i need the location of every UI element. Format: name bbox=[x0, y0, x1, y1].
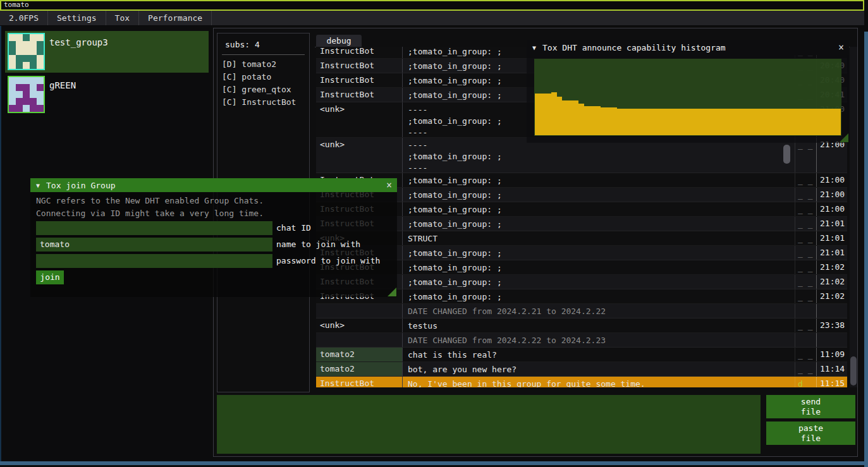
message-time: 21:02 bbox=[817, 289, 847, 303]
resize-grip-icon[interactable] bbox=[388, 288, 396, 296]
close-icon[interactable]: × bbox=[838, 43, 844, 52]
message-flags: _ _ bbox=[795, 231, 817, 245]
close-icon[interactable]: × bbox=[386, 181, 392, 190]
resize-grip-icon[interactable] bbox=[840, 133, 848, 142]
message-time: 21:00 bbox=[817, 202, 847, 216]
histogram-bar bbox=[546, 94, 551, 135]
histogram-bar bbox=[562, 100, 568, 135]
tab-debug[interactable]: debug bbox=[316, 35, 362, 47]
message-scrollbar-handle[interactable] bbox=[783, 145, 790, 164]
window-titlebar[interactable]: tomato bbox=[0, 0, 864, 11]
message-time bbox=[817, 304, 847, 318]
message-time: 23:38 bbox=[817, 318, 847, 332]
contact-item-test_group3[interactable]: test_group3 bbox=[5, 31, 209, 73]
message-flags: _ _ bbox=[795, 202, 817, 216]
histogram-bar bbox=[808, 109, 814, 135]
histogram-bar bbox=[568, 100, 573, 135]
peer-list-item[interactable]: [C] InstructBot bbox=[222, 96, 296, 109]
message-time: 21:02 bbox=[817, 275, 847, 289]
histogram-bar bbox=[770, 109, 776, 135]
send-file-button[interactable]: send file bbox=[766, 395, 855, 418]
message-time: 21:00 bbox=[817, 188, 847, 202]
message-sender: InstructBot bbox=[316, 73, 403, 87]
message-sender: <unk> bbox=[316, 102, 403, 137]
screen: tomato 2.0FPSSettingsToxPerformance test… bbox=[0, 0, 868, 467]
join-password-input[interactable] bbox=[36, 254, 272, 268]
message-sender bbox=[316, 304, 403, 318]
chat-message-row[interactable]: <unk>testus_ _23:38 bbox=[316, 318, 847, 333]
message-flags: _ _ bbox=[795, 275, 817, 289]
histogram-bar bbox=[699, 109, 704, 135]
chat-message-row[interactable]: InstructBotNo, I've been in this group f… bbox=[316, 377, 847, 387]
message-text: ;tomato_in_group: ; bbox=[403, 202, 795, 216]
histogram-bar bbox=[764, 109, 770, 135]
histogram-bar bbox=[742, 109, 748, 135]
chat-scrollbar[interactable] bbox=[850, 47, 857, 387]
message-time: 21:01 bbox=[817, 231, 847, 245]
peer-list-item[interactable]: [C] potato bbox=[222, 71, 296, 83]
message-time: 21:00 bbox=[817, 138, 847, 173]
message-input[interactable] bbox=[217, 395, 761, 454]
message-sender: InstructBot bbox=[316, 377, 403, 387]
histogram-bar bbox=[694, 109, 699, 135]
histogram-bar bbox=[737, 109, 743, 135]
chat-message-row[interactable]: tomato2bot, are you new here?_ _11:14 bbox=[316, 362, 847, 377]
histogram-bar bbox=[622, 109, 628, 135]
message-sender: InstructBot bbox=[316, 47, 403, 58]
histogram-bar bbox=[824, 109, 830, 135]
collapse-icon[interactable]: ▼ bbox=[532, 44, 536, 51]
peer-list-item[interactable]: [D] tomato2 bbox=[222, 58, 296, 71]
menu-item-settings[interactable]: Settings bbox=[48, 11, 106, 25]
histogram-bar bbox=[611, 107, 617, 135]
message-sender bbox=[316, 333, 403, 347]
collapse-icon[interactable]: ▼ bbox=[36, 182, 40, 189]
message-flags: _ _ bbox=[795, 318, 817, 332]
message-sender: tomato2 bbox=[316, 348, 403, 361]
contact-item-gREEN[interactable]: gREEN bbox=[5, 74, 209, 116]
join-name-label: name to join with bbox=[276, 240, 360, 249]
window-title: tomato bbox=[4, 1, 29, 9]
message-sender: <unk> bbox=[316, 318, 403, 332]
histogram-bar bbox=[606, 107, 611, 135]
histogram-bar bbox=[578, 104, 584, 135]
histogram-bar bbox=[704, 109, 710, 135]
peer-list-item[interactable]: [C] green_qtox bbox=[222, 83, 296, 96]
chat-scrollbar-handle[interactable] bbox=[850, 356, 857, 385]
message-flags bbox=[795, 304, 817, 318]
histogram-bar bbox=[715, 109, 721, 135]
date-separator-row: DATE CHANGED from 2024.2.21 to 2024.2.22 bbox=[316, 304, 847, 318]
chat-message-row[interactable]: tomato2chat is this real?_ _11:09 bbox=[316, 348, 847, 362]
dht-histogram-body bbox=[527, 55, 849, 143]
menu-bar: 2.0FPSSettingsToxPerformance bbox=[0, 11, 864, 26]
message-sender: <unk> bbox=[316, 138, 403, 173]
paste-file-button[interactable]: paste file bbox=[766, 422, 855, 445]
join-group-dialog: ▼ Tox join Group × NGC refers to the New… bbox=[30, 178, 397, 297]
histogram-bar bbox=[830, 109, 836, 135]
join-name-input[interactable]: tomato bbox=[36, 238, 272, 252]
join-password-label: password to join with bbox=[276, 256, 380, 265]
chat-message-row[interactable]: <unk>---- ;tomato_in_group: ; ----_ _21:… bbox=[316, 138, 847, 173]
histogram-bar bbox=[589, 106, 595, 135]
histogram-bar bbox=[644, 109, 650, 135]
fps-indicator: 2.0FPS bbox=[0, 11, 48, 25]
histogram-bar bbox=[710, 109, 716, 135]
contact-label: test_group3 bbox=[49, 37, 108, 47]
menu-item-performance[interactable]: Performance bbox=[139, 11, 212, 25]
histogram-bar bbox=[573, 100, 578, 135]
message-text: DATE CHANGED from 2024.2.21 to 2024.2.22 bbox=[403, 304, 795, 318]
histogram-bar bbox=[754, 109, 759, 135]
join-group-body: NGC refers to the New DHT enabled Group … bbox=[30, 192, 397, 297]
chat-id-input[interactable] bbox=[36, 221, 272, 235]
histogram-bar bbox=[541, 94, 546, 135]
separator bbox=[222, 54, 305, 55]
join-button[interactable]: join bbox=[36, 270, 64, 284]
menu-item-tox[interactable]: Tox bbox=[106, 11, 139, 25]
dht-histogram-titlebar[interactable]: ▼ Tox DHT announce capability histogram … bbox=[527, 40, 849, 55]
message-time: 11:09 bbox=[817, 348, 847, 361]
histogram-bar bbox=[601, 107, 606, 135]
join-group-titlebar[interactable]: ▼ Tox join Group × bbox=[30, 178, 397, 192]
message-text: bot, are you new here? bbox=[403, 362, 795, 376]
message-flags: _ _ bbox=[795, 260, 817, 274]
join-group-title: Tox join Group bbox=[46, 181, 116, 190]
message-text: ---- ;tomato_in_group: ; ---- bbox=[403, 138, 795, 173]
